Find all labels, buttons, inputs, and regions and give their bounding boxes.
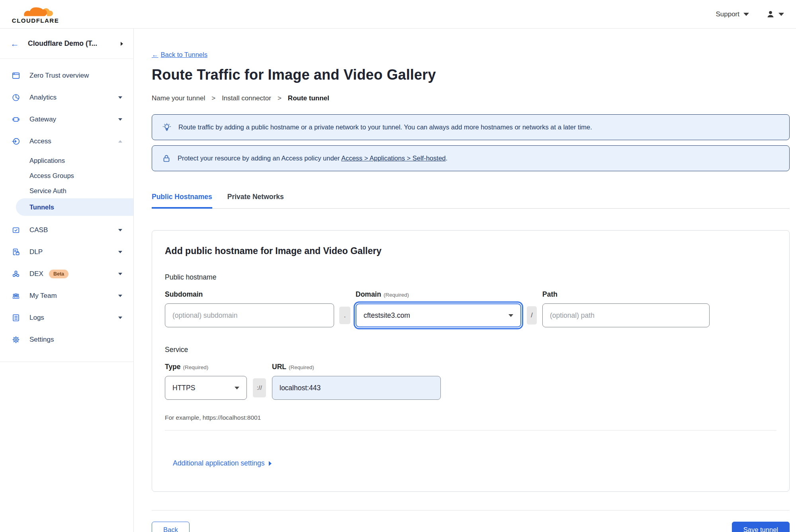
- url-label: URL: [272, 363, 286, 371]
- chevron-down-icon: [509, 314, 513, 317]
- chevron-up-icon: [118, 140, 122, 143]
- user-icon: [766, 10, 775, 19]
- step-separator: >: [278, 94, 282, 102]
- service-field-row: Type(Required) HTTPS :// URL(Required): [165, 363, 776, 400]
- service-type-select[interactable]: HTTPS: [165, 376, 247, 400]
- beta-badge: Beta: [49, 270, 68, 278]
- sidebar-item-tunnels[interactable]: Tunnels: [16, 198, 133, 216]
- sidebar-item-label: Gateway: [29, 115, 56, 123]
- service-label: Service: [165, 346, 776, 354]
- info-banner-route-traffic: Route traffic by adding a public hostnam…: [152, 114, 790, 140]
- dot-separator: .: [339, 307, 350, 324]
- url-required-tag: (Required): [289, 364, 314, 370]
- card-heading: Add public hostname for Image and Video …: [165, 246, 776, 256]
- sidebar-item-logs[interactable]: Logs: [0, 307, 133, 329]
- sidebar-item-gateway[interactable]: Gateway: [0, 108, 133, 130]
- info-banner-access-policy: Protect your resource by adding an Acces…: [152, 145, 790, 171]
- sidebar-item-my-team[interactable]: My Team: [0, 285, 133, 307]
- sidebar-item-casb[interactable]: CASB: [0, 219, 133, 241]
- cloudflare-wordmark: CLOUDFLARE: [12, 17, 59, 24]
- chevron-right-icon: [269, 461, 272, 466]
- account-menu[interactable]: [766, 10, 784, 19]
- sidebar-item-analytics[interactable]: Analytics: [0, 86, 133, 108]
- domain-select[interactable]: cftestsite3.com: [356, 303, 521, 327]
- lock-icon: [162, 154, 171, 163]
- sidebar-item-service-auth[interactable]: Service Auth: [0, 183, 133, 198]
- subdomain-input[interactable]: [165, 303, 334, 327]
- cloudflare-logo: CLOUDFLARE: [7, 4, 64, 24]
- chevron-down-icon: [778, 13, 784, 16]
- card-divider: [165, 430, 776, 430]
- document-lock-icon: [11, 248, 21, 256]
- sidebar: ← Cloudflare Demo (T... Zero Trust overv…: [0, 29, 134, 532]
- account-name: Cloudflare Demo (T...: [28, 39, 121, 48]
- save-tunnel-button[interactable]: Save tunnel: [732, 522, 790, 532]
- service-url-input[interactable]: [272, 376, 441, 400]
- type-label: Type: [165, 363, 181, 371]
- main-content: ←Back to Tunnels Route Traffic for Image…: [134, 29, 796, 532]
- sidebar-item-label: Access: [29, 137, 51, 145]
- additional-settings-toggle[interactable]: Additional application settings: [173, 459, 272, 467]
- page-title: Route Traffic for Image and Video Galler…: [152, 66, 790, 83]
- window-icon: [11, 71, 21, 80]
- sidebar-item-settings[interactable]: Settings: [0, 329, 133, 350]
- step-install-connector: Install connector: [222, 94, 271, 102]
- url-example-hint: For example, https://localhost:8001: [165, 414, 776, 421]
- footer-divider: [152, 510, 790, 510]
- chevron-down-icon: [118, 295, 122, 297]
- banner-text: Protect your resource by adding an Acces…: [178, 155, 340, 162]
- sidebar-item-zero-trust-overview[interactable]: Zero Trust overview: [0, 65, 133, 86]
- cloudflare-cloud-icon: [17, 4, 54, 18]
- chevron-down-icon: [235, 387, 239, 389]
- tab-public-hostnames[interactable]: Public Hostnames: [152, 193, 212, 209]
- sidebar-item-label: Tunnels: [29, 203, 54, 211]
- chevron-right-icon: [121, 42, 123, 46]
- footer-actions: Back Save tunnel: [152, 522, 790, 532]
- chevron-down-icon: [743, 13, 749, 16]
- subdomain-label: Subdomain: [165, 290, 334, 299]
- chevron-down-icon: [118, 118, 122, 121]
- back-arrow-icon: ←: [10, 39, 19, 48]
- banner-text-period: .: [446, 155, 448, 162]
- path-label: Path: [542, 290, 710, 299]
- access-applications-self-hosted-link[interactable]: Access > Applications > Self-hosted: [341, 155, 446, 162]
- sidebar-item-access[interactable]: Access: [0, 130, 133, 152]
- back-to-tunnels-link[interactable]: ←Back to Tunnels: [152, 51, 207, 59]
- sidebar-item-label: Settings: [29, 336, 54, 344]
- domain-select-value: cftestsite3.com: [364, 311, 410, 320]
- domain-label: Domain: [356, 290, 381, 298]
- chevron-down-icon: [118, 317, 122, 319]
- chevron-down-icon: [118, 273, 122, 275]
- account-switcher[interactable]: ← Cloudflare Demo (T...: [0, 29, 133, 59]
- sidebar-item-access-groups[interactable]: Access Groups: [0, 168, 133, 183]
- support-label: Support: [716, 10, 739, 18]
- sidebar-item-label: My Team: [29, 292, 57, 300]
- sidebar-item-label: Access Groups: [29, 172, 74, 180]
- support-menu[interactable]: Support: [716, 10, 749, 18]
- sidebar-item-dex[interactable]: DEX Beta: [0, 263, 133, 285]
- sidebar-nav: Zero Trust overview Analytics Gateway: [0, 59, 133, 362]
- sidebar-item-label: Applications: [29, 157, 65, 164]
- tab-private-networks[interactable]: Private Networks: [227, 193, 284, 208]
- back-arrow-icon: ←: [152, 51, 158, 59]
- service-type-value: HTTPS: [172, 384, 195, 392]
- path-input[interactable]: [542, 303, 710, 327]
- banner-text: Route traffic by adding a public hostnam…: [178, 123, 592, 131]
- dex-icon: [11, 270, 21, 278]
- back-link-label: Back to Tunnels: [161, 51, 207, 59]
- scheme-separator: ://: [253, 378, 266, 397]
- sidebar-item-dlp[interactable]: DLP: [0, 241, 133, 263]
- sidebar-item-label: Logs: [29, 314, 44, 322]
- hostname-field-row: Subdomain . Domain(Required) cftestsite3…: [165, 290, 776, 327]
- pie-chart-icon: [11, 93, 21, 102]
- sidebar-item-applications[interactable]: Applications: [0, 153, 133, 168]
- back-button[interactable]: Back: [152, 522, 190, 532]
- chevron-down-icon: [118, 251, 122, 253]
- chevron-down-icon: [118, 229, 122, 231]
- public-hostname-card: Add public hostname for Image and Video …: [152, 230, 790, 492]
- gateway-icon: [11, 115, 21, 124]
- breadcrumb-steps: Name your tunnel > Install connector > R…: [152, 94, 790, 102]
- slash-separator: /: [527, 306, 537, 325]
- access-icon: [11, 137, 21, 146]
- sidebar-item-label: DLP: [29, 248, 43, 256]
